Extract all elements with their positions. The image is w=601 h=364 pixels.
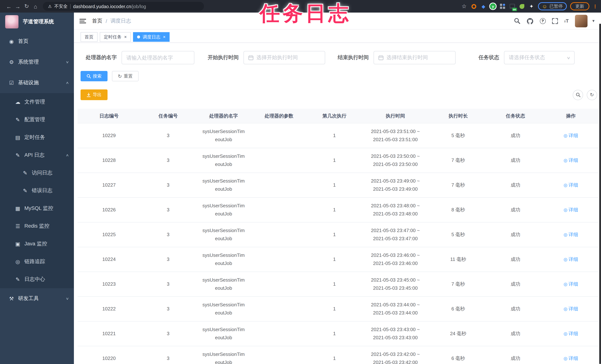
layers-icon: ☰ <box>14 223 21 229</box>
eye-icon: ◎ <box>564 206 568 214</box>
cell-task-id: 3 <box>140 330 196 338</box>
bookmark-star-icon[interactable]: ☆ <box>462 3 467 10</box>
tab-close-icon[interactable]: × <box>163 35 166 39</box>
tab-item[interactable]: 首页 <box>80 32 98 42</box>
sidebar-item[interactable]: ✎配置管理 <box>0 111 74 129</box>
detail-link[interactable]: ◎详细 <box>564 206 578 214</box>
detail-link[interactable]: ◎详细 <box>564 330 578 338</box>
browser-home-icon[interactable]: ⌂ <box>31 3 40 10</box>
column-header: 处理器的名字 <box>196 112 251 119</box>
browser-back-icon[interactable]: ← <box>4 3 13 10</box>
cell-exec-time: 2021-05-03 23:46:00 ~ 2021-05-03 23:46:0… <box>362 251 429 268</box>
detail-link[interactable]: ◎详细 <box>564 280 578 288</box>
extension-leaf-icon[interactable] <box>519 3 525 10</box>
cell-handler-name: sysUserSessionTim eoutJob <box>196 152 251 169</box>
extension-grid-icon[interactable] <box>499 3 506 10</box>
page-scrollbar[interactable] <box>599 24 601 364</box>
toggle-search-button[interactable] <box>573 90 583 100</box>
eye-icon: ◎ <box>14 259 21 265</box>
sidebar-item[interactable]: ☑基础设施∧ <box>0 72 74 93</box>
tab-close-icon[interactable]: × <box>124 35 127 39</box>
sidebar-item[interactable]: ☁文件管理 <box>0 93 74 111</box>
cell-task-status: 成功 <box>488 231 543 239</box>
cell-operations: ◎详细 <box>543 231 599 239</box>
task-status-select[interactable]: 请选择任务状态∨ <box>504 51 575 64</box>
datetime-picker-input[interactable]: 选择结束执行时间 <box>374 51 456 64</box>
eye-icon: ◎ <box>564 157 568 164</box>
app-logo-row[interactable]: 芋道管理系统 <box>0 13 74 31</box>
column-header: 第几次执行 <box>307 112 362 119</box>
url-path: /job/log <box>131 4 146 9</box>
browser-forward-icon[interactable]: → <box>13 3 22 10</box>
user-avatar[interactable] <box>575 15 588 27</box>
sidebar-item[interactable]: ✎API 日志∧ <box>0 146 74 164</box>
sidebar-item[interactable]: ◉首页 <box>0 31 74 52</box>
sidebar-item[interactable]: ☰Redis 监控 <box>0 217 74 235</box>
sidebar-item[interactable]: ⚒研发工具∨ <box>0 288 74 309</box>
extension-on-icon[interactable]: on <box>509 3 515 10</box>
sidebar-item[interactable]: ✎错误日志 <box>0 182 74 200</box>
detail-link[interactable]: ◎详细 <box>564 131 578 140</box>
browser-update-button[interactable]: 更新 <box>570 2 589 10</box>
sidebar-item[interactable]: ▣Java 监控 <box>0 235 74 253</box>
cell-exec-duration: 24 毫秒 <box>429 330 488 338</box>
extension-orange-icon[interactable] <box>471 3 477 10</box>
table-row: 102293sysUserSessionTim eoutJob12021-05-… <box>78 123 599 148</box>
breadcrumb-home[interactable]: 首页 <box>92 18 102 24</box>
divider <box>70 4 70 9</box>
sidebar-item[interactable]: ▤定时任务 <box>0 129 74 146</box>
text-input[interactable] <box>126 55 190 61</box>
filter-label: 任务状态 <box>479 54 499 61</box>
detail-link[interactable]: ◎详细 <box>564 354 578 363</box>
paused-badge[interactable]: ☺ 已暂停 <box>538 2 567 10</box>
insecure-warning-icon: ⚠ <box>48 4 52 9</box>
search-button[interactable]: 搜索 <box>80 71 108 81</box>
edit-icon: ✎ <box>21 170 29 176</box>
sidebar-item[interactable]: ⚙系统管理∨ <box>0 52 74 72</box>
table-row: 102223sysUserSessionTim eoutJob12021-05-… <box>78 297 599 322</box>
input-placeholder: 选择开始执行时间 <box>256 54 298 61</box>
reset-button[interactable]: ↻ 重置 <box>112 71 139 81</box>
browser-menu-icon[interactable]: ⋮ <box>593 3 598 9</box>
github-icon[interactable] <box>526 18 533 24</box>
cell-exec-count: 1 <box>307 181 362 189</box>
search-icon[interactable] <box>514 18 520 24</box>
input-placeholder: 选择结束执行时间 <box>387 54 428 61</box>
tab-active[interactable]: 调度日志× <box>133 32 170 42</box>
help-icon[interactable]: ? <box>540 18 546 24</box>
cell-operations: ◎详细 <box>543 206 599 214</box>
detail-link-label: 详细 <box>569 131 578 140</box>
extension-green-y-icon[interactable]: y <box>490 3 496 10</box>
extensions-puzzle-icon[interactable]: ✦ <box>528 3 534 10</box>
table-row: 102203sysUserSessionTim eoutJob12021-05-… <box>78 346 599 364</box>
address-bar[interactable]: ⚠ 不安全 dashboard.yudao.iocoder.cn/job/log <box>43 2 204 11</box>
extension-gem-icon[interactable]: ◆ <box>480 3 486 10</box>
hamburger-icon[interactable] <box>80 19 86 23</box>
detail-link[interactable]: ◎详细 <box>564 305 578 313</box>
cell-task-status: 成功 <box>488 280 543 288</box>
tab-item[interactable]: 定时任务× <box>100 32 131 42</box>
sidebar-item[interactable]: ◎链路追踪 <box>0 253 74 271</box>
refresh-table-button[interactable]: ↻ <box>587 90 597 100</box>
cell-exec-duration: 11 毫秒 <box>429 255 488 263</box>
cell-operations: ◎详细 <box>543 305 599 313</box>
detail-link[interactable]: ◎详细 <box>564 255 578 263</box>
sidebar-item[interactable]: ✎日志中心 <box>0 271 74 288</box>
detail-link-label: 详细 <box>569 305 578 313</box>
detail-link[interactable]: ◎详细 <box>564 231 578 239</box>
detail-link[interactable]: ◎详细 <box>564 181 578 189</box>
datetime-picker-input[interactable]: 选择开始执行时间 <box>243 51 325 64</box>
fullscreen-icon[interactable] <box>552 18 558 24</box>
handler-name-input[interactable] <box>121 51 194 64</box>
sidebar: 芋道管理系统 ◉首页⚙系统管理∨☑基础设施∧☁文件管理✎配置管理▤定时任务✎AP… <box>0 13 74 364</box>
sidebar-item-label: MySQL 监控 <box>24 205 53 212</box>
detail-link[interactable]: ◎详细 <box>564 156 578 164</box>
monitor-check-icon: ☑ <box>8 80 15 86</box>
export-button[interactable]: 导出 <box>80 90 108 100</box>
sidebar-item[interactable]: ✎访问日志 <box>0 164 74 182</box>
caret-down-icon[interactable]: ▼ <box>591 19 595 23</box>
sidebar-item-label: 系统管理 <box>18 59 39 65</box>
browser-reload-icon[interactable]: ↻ <box>22 3 31 10</box>
sidebar-item[interactable]: ▦MySQL 监控 <box>0 200 74 217</box>
font-size-icon[interactable]: тT <box>564 18 569 24</box>
